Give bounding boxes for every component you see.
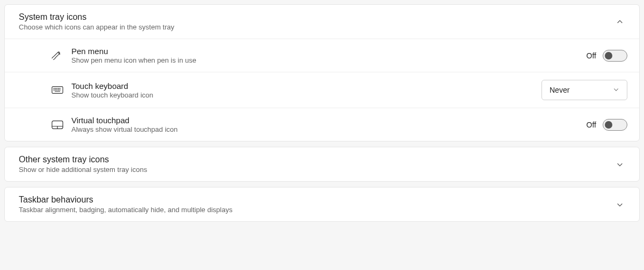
row-control: Off <box>587 50 627 62</box>
row-control: Off <box>587 119 627 131</box>
row-control: Never <box>541 80 627 100</box>
section-header-text: Other system tray icons Show or hide add… <box>19 155 612 174</box>
row-title: Virtual touchpad <box>71 116 587 125</box>
section-title: System tray icons <box>19 12 612 22</box>
row-touch-keyboard: Touch keyboard Show touch keyboard icon … <box>5 72 639 108</box>
svg-point-5 <box>60 88 60 89</box>
section-header-other-tray[interactable]: Other system tray icons Show or hide add… <box>5 147 639 181</box>
row-desc: Show touch keyboard icon <box>71 91 541 99</box>
row-body: Pen menu Show pen menu icon when pen is … <box>71 47 587 64</box>
row-title: Pen menu <box>71 47 587 56</box>
section-header-taskbar-behaviours[interactable]: Taskbar behaviours Taskbar alignment, ba… <box>5 188 639 221</box>
row-virtual-touchpad: Virtual touchpad Always show virtual tou… <box>5 108 639 141</box>
section-subtitle: Taskbar alignment, badging, automaticall… <box>19 206 612 214</box>
toggle-virtual-touchpad[interactable] <box>603 119 627 131</box>
section-subtitle: Show or hide additional system tray icon… <box>19 166 612 174</box>
toggle-pen-menu[interactable] <box>603 50 627 62</box>
section-title: Other system tray icons <box>19 155 612 164</box>
chevron-up-icon[interactable] <box>612 14 627 29</box>
svg-point-1 <box>54 88 54 89</box>
section-title: Taskbar behaviours <box>19 195 612 205</box>
chevron-down-icon[interactable] <box>612 197 627 212</box>
svg-point-8 <box>57 90 57 91</box>
row-desc: Show pen menu icon when pen is in use <box>71 56 587 64</box>
section-subtitle: Choose which icons can appear in the sys… <box>19 23 612 31</box>
section-system-tray-icons: System tray icons Choose which icons can… <box>4 4 640 141</box>
svg-point-7 <box>55 90 56 91</box>
row-title: Touch keyboard <box>71 81 541 91</box>
touchpad-icon <box>51 118 64 131</box>
svg-point-2 <box>55 88 56 89</box>
chevron-down-icon <box>613 86 619 94</box>
select-value: Never <box>550 86 569 94</box>
select-touch-keyboard[interactable]: Never <box>541 80 627 100</box>
svg-point-4 <box>58 88 58 89</box>
section-header-text: System tray icons Choose which icons can… <box>19 12 612 31</box>
pen-icon <box>51 49 64 62</box>
toggle-state-label: Off <box>587 51 596 60</box>
svg-point-3 <box>57 88 57 89</box>
row-body: Virtual touchpad Always show virtual tou… <box>71 116 587 133</box>
row-desc: Always show virtual touchpad icon <box>71 125 587 133</box>
toggle-state-label: Off <box>587 121 596 129</box>
section-taskbar-behaviours[interactable]: Taskbar behaviours Taskbar alignment, ba… <box>4 187 640 222</box>
svg-point-6 <box>54 90 54 91</box>
chevron-down-icon[interactable] <box>612 157 627 172</box>
section-other-system-tray-icons[interactable]: Other system tray icons Show or hide add… <box>4 147 640 182</box>
section-header-text: Taskbar behaviours Taskbar alignment, ba… <box>19 195 612 214</box>
system-tray-items: Pen menu Show pen menu icon when pen is … <box>5 39 639 141</box>
row-pen-menu: Pen menu Show pen menu icon when pen is … <box>5 39 639 72</box>
svg-point-9 <box>58 90 58 91</box>
svg-point-10 <box>60 90 60 91</box>
row-body: Touch keyboard Show touch keyboard icon <box>71 81 541 99</box>
section-header-system-tray[interactable]: System tray icons Choose which icons can… <box>5 5 639 39</box>
keyboard-icon <box>51 84 64 96</box>
